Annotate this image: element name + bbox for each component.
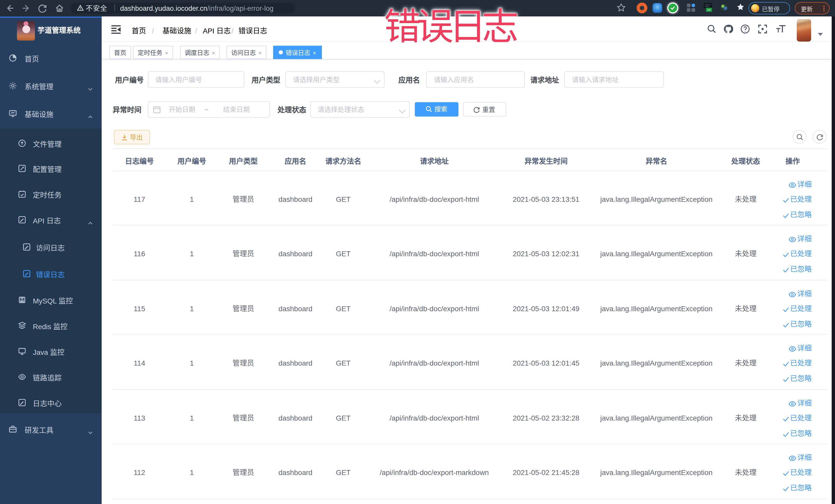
- svg-text:on: on: [708, 8, 711, 11]
